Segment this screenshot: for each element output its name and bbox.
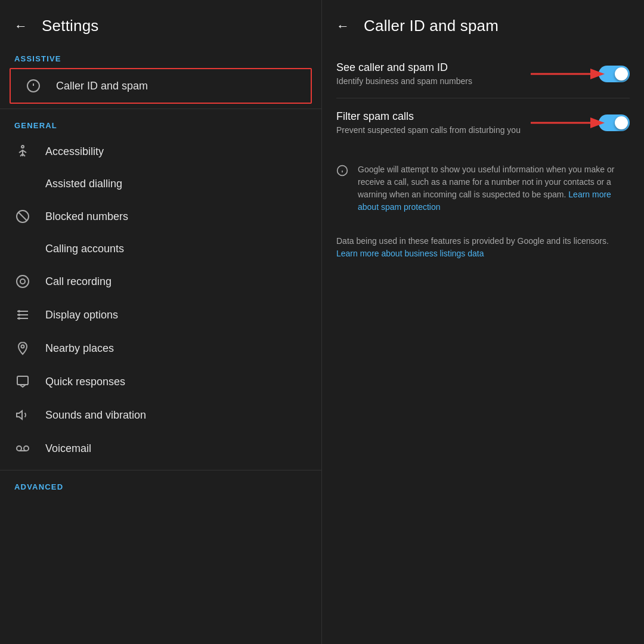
left-panel: ← Settings ASSISTIVE Caller ID and spam …	[0, 0, 322, 644]
info-block: Google will attempt to show you useful i…	[322, 154, 644, 223]
left-header: ← Settings	[0, 0, 321, 47]
toggles-section: See caller and spam ID Identify business…	[322, 47, 644, 149]
svg-point-15	[18, 314, 20, 315]
section-assistive-label: ASSISTIVE	[0, 47, 321, 68]
assisted-dialling-label: Assisted dialling	[45, 178, 122, 190]
data-text: Data being used in these features is pro…	[336, 235, 630, 260]
caller-id-label: Caller ID and spam	[56, 80, 148, 92]
nearby-places-label: Nearby places	[45, 342, 114, 355]
right-header: ← Caller ID and spam	[322, 0, 644, 47]
menu-item-accessibility[interactable]: Accessibility	[0, 135, 321, 168]
filter-spam-row: Filter spam calls Prevent suspected spam…	[322, 101, 644, 144]
voicemail-icon	[14, 441, 31, 456]
call-recording-label: Call recording	[45, 275, 112, 288]
svg-point-17	[21, 345, 24, 348]
svg-point-21	[24, 446, 29, 451]
caller-id-toggle-subtitle: Identify business and spam numbers	[336, 76, 589, 86]
alert-circle-icon	[25, 79, 42, 93]
svg-point-20	[17, 446, 21, 451]
menu-item-display-options[interactable]: Display options	[0, 298, 321, 332]
right-panel: ← Caller ID and spam See caller and spam…	[322, 0, 644, 644]
menu-item-assisted-dialling[interactable]: Assisted dialling	[0, 168, 321, 200]
filter-spam-toggle-text: Filter spam calls Prevent suspected spam…	[336, 110, 599, 135]
back-button[interactable]: ←	[14, 18, 27, 34]
toggle-row-filter-spam[interactable]: Filter spam calls Prevent suspected spam…	[322, 101, 644, 144]
data-body: Data being used in these features is pro…	[336, 236, 609, 246]
sound-icon	[14, 408, 31, 422]
blocked-numbers-label: Blocked numbers	[45, 210, 128, 223]
settings-title: Settings	[42, 17, 99, 35]
filter-spam-toggle-subtitle: Prevent suspected spam calls from distur…	[336, 125, 589, 135]
filter-spam-toggle-switch[interactable]	[599, 114, 630, 131]
info-text: Google will attempt to show you useful i…	[358, 163, 630, 213]
svg-point-3	[21, 145, 24, 148]
menu-item-quick-responses[interactable]: Quick responses	[0, 365, 321, 398]
menu-item-voicemail[interactable]: Voicemail	[0, 432, 321, 465]
blocked-icon	[14, 209, 31, 224]
list-icon	[14, 308, 31, 322]
menu-item-calling-accounts[interactable]: Calling accounts	[0, 233, 321, 265]
chat-icon	[14, 374, 31, 389]
svg-line-8	[18, 212, 27, 221]
caller-id-toggle-text: See caller and spam ID Identify business…	[336, 61, 599, 86]
accessibility-label: Accessibility	[45, 145, 104, 158]
divider-general-advanced	[0, 470, 321, 470]
toggle-divider	[336, 98, 630, 98]
svg-rect-18	[17, 376, 28, 385]
svg-point-10	[20, 279, 25, 284]
see-caller-id-row: See caller and spam ID Identify business…	[322, 52, 644, 95]
menu-item-nearby-places[interactable]: Nearby places	[0, 332, 321, 365]
calling-accounts-label: Calling accounts	[45, 243, 124, 255]
record-icon	[14, 274, 31, 289]
caller-id-toggle-switch[interactable]	[599, 66, 630, 82]
menu-item-caller-id[interactable]: Caller ID and spam	[10, 68, 312, 104]
svg-point-16	[18, 318, 20, 319]
svg-point-14	[18, 311, 20, 312]
data-block: Data being used in these features is pro…	[322, 225, 644, 270]
info-icon	[336, 165, 348, 179]
section-advanced-label: ADVANCED	[0, 475, 321, 496]
svg-point-9	[17, 275, 29, 287]
sounds-vibration-label: Sounds and vibration	[45, 409, 146, 422]
display-options-label: Display options	[45, 309, 118, 321]
section-general-label: GENERAL	[0, 114, 321, 135]
location-icon	[14, 341, 31, 355]
divider-assistive-general	[0, 109, 321, 109]
accessibility-icon	[14, 144, 31, 159]
menu-item-sounds-vibration[interactable]: Sounds and vibration	[0, 398, 321, 432]
business-listings-link[interactable]: Learn more about business listings data	[336, 249, 484, 258]
caller-id-toggle-title: See caller and spam ID	[336, 61, 589, 74]
right-title: Caller ID and spam	[364, 17, 499, 35]
quick-responses-label: Quick responses	[45, 376, 125, 388]
menu-item-call-recording[interactable]: Call recording	[0, 265, 321, 298]
voicemail-label: Voicemail	[45, 442, 91, 455]
right-back-button[interactable]: ←	[336, 18, 349, 34]
filter-spam-toggle-title: Filter spam calls	[336, 110, 589, 123]
menu-item-blocked-numbers[interactable]: Blocked numbers	[0, 200, 321, 233]
svg-marker-19	[17, 411, 22, 419]
toggle-row-caller-id[interactable]: See caller and spam ID Identify business…	[322, 52, 644, 95]
